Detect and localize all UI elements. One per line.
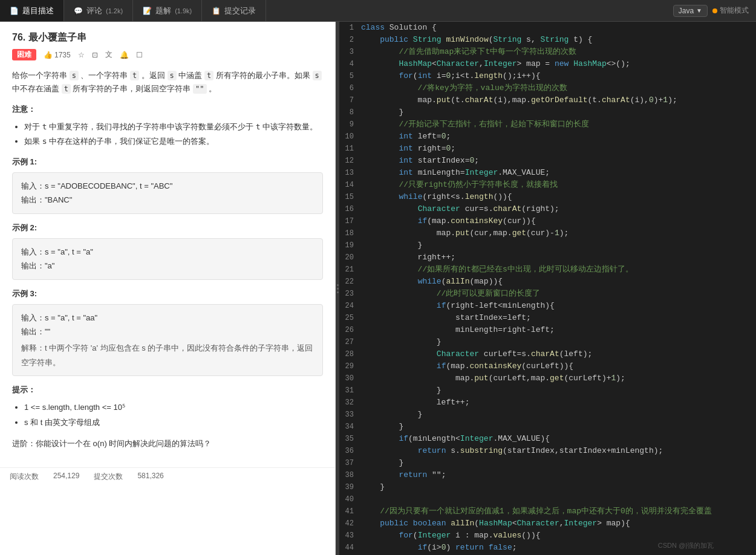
solutions-icon: 📝 — [143, 7, 152, 15]
table-row: 9 //开始记录下左指针，右指针，起始下标和窗口的长度 — [339, 118, 756, 131]
submissions-count: 581,326 — [137, 472, 163, 482]
line-content: minLength=right-left; — [361, 324, 756, 336]
table-row: 39 } — [339, 481, 756, 493]
line-content: //开始记录下左指针，右指针，起始下标和窗口的长度 — [361, 118, 756, 131]
line-number: 12 — [339, 155, 361, 167]
line-content: } — [361, 385, 756, 397]
line-content: map.put(t.charAt(i),map.getOrDefault(t.c… — [361, 94, 756, 106]
line-number: 27 — [339, 336, 361, 348]
line-content: while(allIn(map)){ — [361, 276, 756, 288]
line-content: int startIndex=0; — [361, 155, 756, 167]
translate-icon[interactable]: 文 — [105, 50, 112, 60]
line-number: 6 — [339, 82, 361, 94]
bottom-stats: 阅读次数 254,129 提交次数 581,326 — [0, 467, 335, 485]
line-number: 10 — [339, 131, 361, 143]
table-row: 20 right++; — [339, 252, 756, 264]
tab-solutions[interactable]: 📝 题解 (1.9k) — [133, 0, 202, 21]
bell-icon[interactable]: 🔔 — [120, 51, 129, 59]
line-content: } — [361, 409, 756, 421]
note-title: 注意： — [12, 104, 323, 115]
line-number: 5 — [339, 70, 361, 82]
line-number: 18 — [339, 227, 361, 239]
bookmark-icon[interactable]: ☐ — [136, 51, 143, 59]
line-content: if(map.containsKey(cur)){ — [361, 215, 756, 227]
table-row: 14 //只要right仍然小于字符串长度，就接着找 — [339, 179, 756, 191]
line-content: left++; — [361, 397, 756, 409]
table-row: 5 for(int i=0;i<t.length();i++){ — [339, 70, 756, 82]
tab-submissions[interactable]: 📋 提交记录 — [202, 0, 266, 21]
line-number: 14 — [339, 179, 361, 191]
line-number: 17 — [339, 215, 361, 227]
example-3-explain: 解释：t 中两个字符 'a' 均应包含在 s 的子串中，因此没有符合条件的子字符… — [21, 341, 314, 369]
table-row: 7 map.put(t.charAt(i),map.getOrDefault(t… — [339, 94, 756, 106]
table-row: 28 Character curLeft=s.charAt(left); — [339, 348, 756, 360]
example-2-box: 输入：s = "a", t = "a" 输出："a" — [12, 238, 323, 280]
line-content: int right=0; — [361, 143, 756, 155]
tab-problem[interactable]: 📄 题目描述 — [0, 0, 64, 21]
share-icon[interactable]: ⊡ — [92, 51, 98, 59]
tab-comments[interactable]: 💬 评论 (1.2k) — [64, 0, 133, 21]
note-item-1: 对于 t 中重复字符，我们寻找的子字符串中该字符数量必须不少于 t 中该字符数量… — [24, 120, 323, 134]
table-row: 34 } — [339, 421, 756, 433]
line-number: 3 — [339, 46, 361, 58]
line-number: 33 — [339, 409, 361, 421]
note-list: 对于 t 中重复字符，我们寻找的子字符串中该字符数量必须不少于 t 中该字符数量… — [12, 120, 323, 148]
note-item-2: 如果 s 中存在这样的子串，我们保证它是唯一的答案。 — [24, 134, 323, 148]
submissions-icon: 📋 — [212, 7, 221, 15]
difficulty-badge: 困难 — [12, 49, 36, 60]
table-row: 36 return s.substring(startIndex,startIn… — [339, 445, 756, 457]
line-content: //将key为字符，value为字符出现的次数 — [361, 82, 756, 94]
line-content: startIndex=left; — [361, 312, 756, 324]
line-content: int left=0; — [361, 131, 756, 143]
line-content: Character curLeft=s.charAt(left); — [361, 348, 756, 360]
example-3-title: 示例 3: — [12, 288, 323, 299]
table-row: 11 int right=0; — [339, 143, 756, 155]
table-row: 25 startIndex=left; — [339, 312, 756, 324]
line-content: map.put(curLeft,map.get(curLeft)+1); — [361, 372, 756, 385]
table-row: 38 return ""; — [339, 469, 756, 481]
table-row: 2 public String minWindow(String s, Stri… — [339, 34, 756, 46]
line-number: 16 — [339, 203, 361, 215]
example-1-box: 输入：s = "ADOBECODEBANC", t = "ABC" 输出："BA… — [12, 172, 323, 214]
example-1: 示例 1: 输入：s = "ADOBECODEBANC", t = "ABC" … — [12, 157, 323, 214]
line-content: } — [361, 421, 756, 433]
line-number: 26 — [339, 324, 361, 336]
line-content: return ""; — [361, 469, 756, 481]
line-content: } — [361, 481, 756, 493]
line-number: 9 — [339, 118, 361, 131]
table-row: 24 if(right-left<minLength){ — [339, 300, 756, 312]
line-content: } — [361, 239, 756, 252]
table-row: 30 map.put(curLeft,map.get(curLeft)+1); — [339, 372, 756, 385]
table-row: 6 //将key为字符，value为字符出现的次数 — [339, 82, 756, 94]
example-1-title: 示例 1: — [12, 157, 323, 167]
advanced-section: 进阶：你能设计一个在 o(n) 时间内解决此问题的算法吗？ — [12, 438, 323, 449]
table-row: 31 } — [339, 385, 756, 397]
line-content: public boolean allIn(HashMap<Character,I… — [361, 518, 756, 530]
line-content: //只要right仍然小于字符串长度，就接着找 — [361, 179, 756, 191]
example-2-title: 示例 2: — [12, 222, 323, 233]
example-2: 示例 2: 输入：s = "a", t = "a" 输出："a" — [12, 222, 323, 280]
line-content: for(Integer i : map.values()){ — [361, 530, 756, 542]
ai-mode-label: 智能模式 — [720, 5, 749, 16]
language-selector[interactable]: Java ▼ — [673, 5, 708, 17]
nav-right: Java ▼ 智能模式 — [673, 5, 756, 17]
line-content: //因为只要有一个就让对应的值减1，如果减掉之后，map中还有大于0的，说明并没… — [361, 505, 756, 518]
line-number: 35 — [339, 433, 361, 445]
hint-list: 1 <= s.length, t.length <= 10⁵ s 和 t 由英文… — [12, 400, 323, 430]
star-icon[interactable]: ☆ — [78, 51, 85, 59]
table-row: 4 HashMap<Character,Integer> map = new H… — [339, 58, 756, 70]
table-row: 1class Solution { — [339, 22, 756, 34]
line-content: //如果所有的t都已经在s中出现，此时可以移动左边指针了。 — [361, 264, 756, 276]
line-number: 43 — [339, 530, 361, 542]
advanced-text: 进阶：你能设计一个在 o(n) 时间内解决此问题的算法吗？ — [12, 439, 211, 448]
table-row: 42 public boolean allIn(HashMap<Characte… — [339, 518, 756, 530]
line-number: 22 — [339, 276, 361, 288]
line-content: int minLength=Integer.MAX_VALUE; — [361, 167, 756, 179]
line-number: 29 — [339, 360, 361, 372]
line-number: 28 — [339, 348, 361, 360]
code-editor[interactable]: 1class Solution {2 public String minWind… — [339, 22, 756, 555]
line-number: 40 — [339, 493, 361, 505]
line-number: 31 — [339, 385, 361, 397]
line-content: if(right-left<minLength){ — [361, 300, 756, 312]
example-3: 示例 3: 输入：s = "a", t = "aa" 输出："" 解释：t 中两… — [12, 288, 323, 377]
